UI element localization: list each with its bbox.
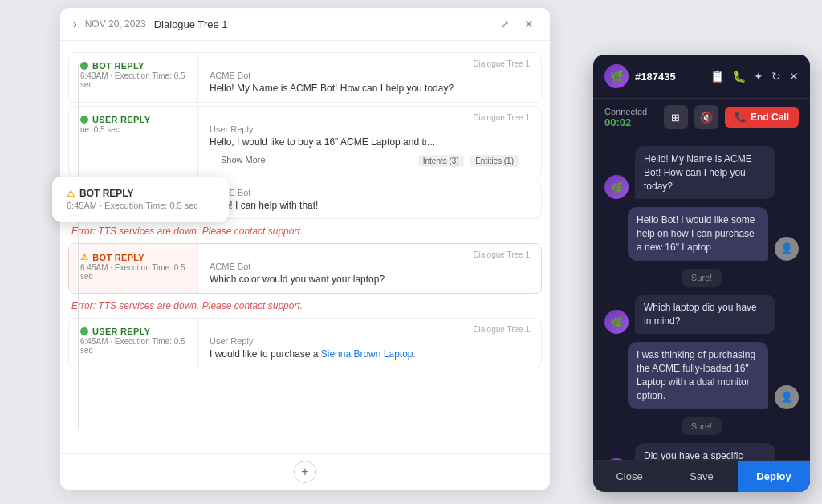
chat-message-5: 🌿 Did you have a specific colorway in mi… [604, 443, 799, 460]
entry-text-5: I would like to purchase a Sienna Brown … [210, 348, 530, 361]
add-node-button[interactable]: + [294, 461, 316, 483]
chat-bubble-5: Did you have a specific colorway in mind… [635, 443, 775, 460]
entry-text-1: Hello! My Name is ACME Bot! How can I he… [210, 82, 530, 96]
dialogue-entry-5: USER REPLY 6:45AM · Execution Time: 0.5 … [68, 318, 542, 368]
close-phone-icon[interactable]: ✕ [789, 70, 799, 83]
intents-badge: Intents (3) [418, 155, 464, 167]
tooltip-warn-icon: ⚠ [67, 189, 75, 199]
entry-left-2: USER REPLY ne: 0.5 sec [69, 107, 197, 177]
show-more-row: Show More Intents (3) Entities (1) [210, 149, 530, 170]
bug-icon[interactable]: 🐛 [732, 70, 746, 83]
deploy-button[interactable]: Deploy [738, 461, 810, 492]
dialogue-entry-2: USER REPLY ne: 0.5 sec Dialogue Tree 1 U… [68, 106, 542, 177]
close-button[interactable]: Close [593, 461, 665, 492]
chat-message-2: 👤 Hello Bot! I would like some help on h… [604, 207, 799, 260]
entry-right-1: Dialogue Tree 1 ACME Bot Hello! My Name … [197, 53, 541, 102]
entry-left-1: BOT REPLY 6:43AM · Execution Time: 0.5 s… [69, 53, 197, 102]
panel-title: Dialogue Tree 1 [154, 18, 489, 30]
entry-tag-1: Dialogue Tree 1 [210, 59, 530, 68]
entry-text-4: Which color would you want your laptop? [210, 273, 530, 287]
document-icon[interactable]: 📋 [710, 70, 724, 83]
phone-ticket-id: #187435 [635, 71, 704, 83]
error-text-1: Error: TTS services are down. Please con… [60, 222, 550, 240]
chat-message-3: 🌿 Which laptop did you have in mind? [604, 295, 799, 335]
entry-left-5: USER REPLY 6:45AM · Execution Time: 0.5 … [69, 319, 197, 368]
entry-tag-2: Dialogue Tree 1 [210, 113, 530, 122]
entry-label-1: BOT REPLY [80, 61, 186, 71]
error-text-2: Error: TTS services are down. Please con… [60, 297, 550, 315]
entry-right-4: Dialogue Tree 1 ACME Bot Which color wou… [197, 244, 541, 293]
entry-label-2: USER REPLY [80, 115, 186, 124]
warning-icon: ⚠ [80, 252, 88, 262]
entry-meta-2: ne: 0.5 sec [80, 125, 186, 134]
dialogue-entry-1: BOT REPLY 6:43AM · Execution Time: 0.5 s… [68, 52, 542, 103]
green-dot-icon [80, 62, 88, 70]
grid-button[interactable]: ⊞ [664, 105, 688, 129]
mute-button[interactable]: 🔇 [694, 105, 718, 129]
entry-meta-5: 6:45AM · Execution Time: 0.5 sec [80, 337, 186, 355]
save-button[interactable]: Save [665, 461, 738, 492]
green-dot-icon-5 [80, 327, 88, 335]
chat-bubble-4: I was thinking of purchasing the ACME fu… [628, 342, 768, 408]
panel-header: › NOV 20, 2023 Dialogue Tree 1 ⤢ ✕ [60, 8, 550, 41]
close-panel-icon[interactable]: ✕ [521, 16, 537, 32]
bot-avatar-1: 🌿 [604, 175, 629, 199]
entry-tag-4: Dialogue Tree 1 [210, 250, 530, 259]
system-message-1: Sure! [682, 269, 722, 287]
expand-icon[interactable]: ⤢ [497, 16, 513, 32]
phone-panel: 🌿 #187435 📋 🐛 ✦ ↻ ✕ Connected 00:02 ⊞ 🔇 … [593, 55, 810, 492]
timeline-line [78, 65, 79, 429]
end-call-button[interactable]: 📞 End Call [725, 107, 799, 128]
phone-footer: Close Save Deploy [593, 460, 810, 492]
entry-label-5: USER REPLY [80, 327, 186, 336]
entry-sender-2: User Reply [210, 124, 530, 134]
panel-date: NOV 20, 2023 [85, 18, 146, 30]
dialogue-panel: › NOV 20, 2023 Dialogue Tree 1 ⤢ ✕ BOT R… [60, 8, 550, 490]
entry-label-4: ⚠ BOT REPLY [80, 252, 186, 262]
status-timer: 00:02 [604, 116, 656, 128]
chat-bubble-2: Hello Bot! I would like some help on how… [628, 207, 768, 260]
panel-content: BOT REPLY 6:43AM · Execution Time: 0.5 s… [60, 41, 550, 453]
entry-text-3: Sure! I can help with that! [210, 199, 530, 213]
entry-meta-1: 6:43AM · Execution Time: 0.5 sec [80, 71, 186, 89]
status-info: Connected 00:02 [604, 107, 656, 128]
system-message-2: Sure! [682, 417, 722, 435]
panel-bottom: + [60, 453, 550, 490]
tooltip-meta: 6:45AM · Execution Time: 0.5 sec [67, 201, 214, 210]
user-avatar-2: 👤 [775, 385, 799, 409]
chat-bubble-3: Which laptop did you have in mind? [635, 295, 775, 335]
entry-tag-5: Dialogue Tree 1 [210, 325, 530, 334]
entities-badge: Entities (1) [470, 155, 519, 167]
chat-message-4: 👤 I was thinking of purchasing the ACME … [604, 342, 799, 408]
entry-right-5: Dialogue Tree 1 User Reply I would like … [197, 319, 541, 368]
green-dot-icon-2 [80, 116, 88, 124]
phone-icon: 📞 [735, 112, 747, 123]
refresh-icon[interactable]: ↻ [771, 70, 781, 83]
show-more-button[interactable]: Show More [221, 155, 266, 165]
chat-message-1: 🌿 Hello! My Name is ACME Bot! How can I … [604, 146, 799, 199]
acme-logo: 🌿 [604, 64, 629, 88]
chat-bubble-1: Hello! My Name is ACME Bot! How can I he… [635, 146, 775, 199]
chevron-right-icon[interactable]: › [73, 18, 77, 30]
phone-status-bar: Connected 00:02 ⊞ 🔇 📞 End Call [593, 99, 810, 136]
entry-meta-4: 6:45AM · Execution Time: 0.5 sec [80, 263, 186, 281]
phone-header-icons: 📋 🐛 ✦ ↻ ✕ [710, 70, 799, 83]
floating-tooltip: ⚠ BOT REPLY 6:45AM · Execution Time: 0.5… [52, 177, 229, 222]
sparkle-icon[interactable]: ✦ [754, 70, 763, 83]
user-avatar-1: 👤 [775, 237, 799, 261]
entry-left-4: ⚠ BOT REPLY 6:45AM · Execution Time: 0.5… [69, 244, 197, 293]
status-connected-label: Connected [604, 107, 656, 116]
phone-header: 🌿 #187435 📋 🐛 ✦ ↻ ✕ [593, 55, 810, 99]
entry-right-3: ACME Bot Sure! I can help with that! [197, 181, 541, 219]
dialogue-entry-4: ⚠ BOT REPLY 6:45AM · Execution Time: 0.5… [68, 243, 542, 294]
bot-avatar-2: 🌿 [604, 310, 629, 334]
entry-text-2: Hello, I would like to buy a 16" ACME La… [210, 136, 530, 149]
entry-sender-1: ACME Bot [210, 71, 530, 80]
link-sienna-brown[interactable]: Sienna Brown Laptop. [321, 348, 416, 360]
entry-sender-4: ACME Bot [210, 262, 530, 271]
chat-area: 🌿 Hello! My Name is ACME Bot! How can I … [593, 136, 810, 460]
tooltip-label: ⚠ BOT REPLY [67, 188, 214, 199]
entry-sender-3: ACME Bot [210, 188, 530, 197]
phone-controls: ⊞ 🔇 📞 End Call [664, 105, 799, 129]
entry-sender-5: User Reply [210, 336, 530, 346]
